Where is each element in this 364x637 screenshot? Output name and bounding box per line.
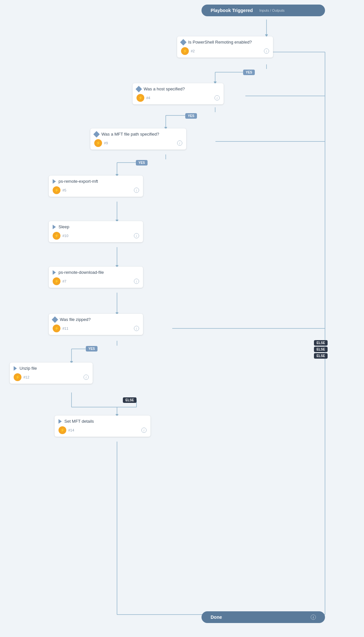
yes-badge-4: YES [86,346,98,352]
node-5-title: ps-remote-export-mft [53,179,139,184]
info-icon-12[interactable]: i [84,375,89,380]
node-14-title: Set MFT details [58,419,147,424]
bolt-badge-2: ⚡ [181,47,189,55]
info-icon-4[interactable]: i [214,95,220,100]
node-10-title: Sleep [53,224,139,229]
node-2-title: Is PowerShell Remoting enabled? [181,40,269,45]
workflow-canvas: Playbook Triggered Inputs / Outputs Is P… [0,0,364,637]
node-5[interactable]: ps-remote-export-mft ⚡ #5 i [49,176,143,197]
node-4[interactable]: Was a host specified? ⚡ #4 i [133,83,224,104]
else-badge-top1: ELSE [314,340,328,346]
bolt-badge-12: ⚡ [14,373,21,381]
bolt-badge-4: ⚡ [136,94,144,102]
info-icon-11[interactable]: i [134,326,139,331]
done-label: Done [211,615,222,620]
trigger-node[interactable]: Playbook Triggered Inputs / Outputs [202,5,325,16]
info-icon-14[interactable]: i [141,428,147,433]
node-4-title: Was a host specified? [136,86,220,91]
else-badge-top3: ELSE [314,353,328,359]
node-12-title: Unzip file [14,366,89,371]
bolt-badge-5: ⚡ [53,186,60,194]
bolt-badge-11: ⚡ [53,325,60,332]
diamond-icon-4 [136,86,142,92]
node-11-title: Was file zipped? [53,317,139,322]
diamond-icon-11 [52,316,58,323]
node-2[interactable]: Is PowerShell Remoting enabled? ⚡ #2 i [177,36,273,58]
node-12[interactable]: Unzip file ⚡ #12 i [10,363,93,384]
yes-badge-1: YES [243,70,255,75]
chevron-icon-14 [58,419,62,424]
yes-badge-2: YES [185,113,197,119]
node-11[interactable]: Was file zipped? ⚡ #11 i [49,314,143,335]
bolt-badge-10: ⚡ [53,232,60,240]
node-9[interactable]: Was a MFT file path specified? ⚡ #9 i [90,128,186,150]
chevron-icon-5 [53,179,56,184]
node-10[interactable]: Sleep ⚡ #10 i [49,221,143,242]
info-icon-2[interactable]: i [264,48,269,54]
trigger-label: Playbook Triggered [211,8,253,13]
diamond-icon [180,39,187,46]
yes-badge-3: YES [136,160,148,166]
node-14[interactable]: Set MFT details ⚡ #14 i [55,416,150,437]
info-icon-done[interactable]: i [311,615,316,620]
chevron-icon-10 [53,225,56,229]
bolt-badge-7: ⚡ [53,277,60,285]
bolt-badge-14: ⚡ [58,426,66,434]
node-7-title: ps-remote-download-file [53,270,139,275]
done-node[interactable]: Done i [202,611,325,623]
diamond-icon-9 [93,131,100,138]
io-label: Inputs / Outputs [259,8,285,12]
node-9-title: Was a MFT file path specified? [94,132,182,137]
info-icon-7[interactable]: i [134,279,139,284]
else-badge-top2: ELSE [314,347,328,352]
bolt-badge-9: ⚡ [94,139,102,147]
else-badge-1: ELSE [123,397,136,403]
chevron-icon-7 [53,270,56,275]
info-icon-9[interactable]: i [177,140,182,146]
info-icon-5[interactable]: i [134,188,139,193]
node-7[interactable]: ps-remote-download-file ⚡ #7 i [49,267,143,288]
info-icon-10[interactable]: i [134,233,139,238]
chevron-icon-12 [14,366,17,371]
